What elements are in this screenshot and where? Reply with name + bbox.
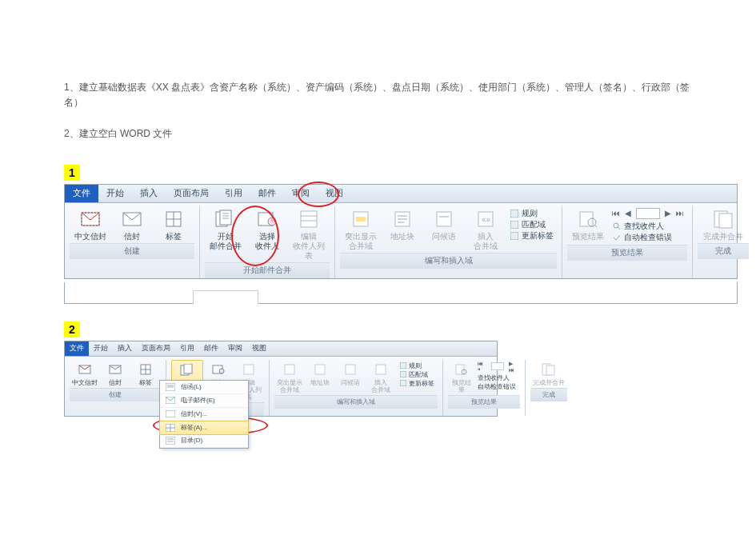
next-record-icon[interactable]: ▶	[665, 209, 671, 218]
tab-home-2[interactable]: 开始	[89, 341, 113, 356]
envelope-red-icon	[79, 208, 102, 230]
tab-view[interactable]: 视图	[318, 185, 351, 202]
btn-edit-recipients-label: 编辑 收件人列表	[290, 232, 328, 261]
record-nav-2[interactable]: ⏮ ◀ ▶ ⏭	[478, 361, 518, 373]
mini-update-2[interactable]: 更新标签	[399, 379, 434, 388]
btn-cn-envelope-2[interactable]: 中文信封	[70, 360, 100, 388]
tab-layout-2[interactable]: 页面布局	[137, 341, 175, 356]
mini-match[interactable]: 匹配域	[510, 219, 554, 230]
start-merge-icon	[214, 208, 237, 230]
btn-finish-merge[interactable]: 完成并合并	[698, 206, 749, 243]
tab-file[interactable]: 文件	[65, 185, 98, 202]
envelopes-icon	[165, 409, 176, 419]
btn-address-block[interactable]: 地址块	[382, 206, 423, 243]
svg-rect-27	[510, 210, 518, 218]
tab-review[interactable]: 审阅	[284, 185, 318, 202]
tab-references-2[interactable]: 引用	[175, 341, 199, 356]
tab-references[interactable]: 引用	[217, 185, 250, 202]
btn-label-label: 标签	[166, 232, 182, 242]
tab-insert-2[interactable]: 插入	[113, 341, 137, 356]
tab-file-2[interactable]: 文件	[65, 341, 89, 356]
svg-point-45	[219, 369, 224, 373]
last-record-icon[interactable]: ⏭	[676, 209, 684, 218]
tab-review-2[interactable]: 审阅	[223, 341, 247, 356]
finish-merge-icon	[712, 208, 734, 230]
mini-auto-check[interactable]: 自动检查错误	[612, 232, 684, 243]
dd-email[interactable]: 电子邮件(E)	[160, 394, 248, 408]
mini-rules[interactable]: 规则	[510, 208, 554, 219]
first-record-icon[interactable]: ⏮	[612, 209, 620, 218]
btn-greeting[interactable]: 问候语	[423, 206, 465, 243]
labels-dd-icon	[165, 423, 176, 433]
tab-view-2[interactable]: 视图	[247, 341, 271, 356]
step-badge-1: 1	[64, 165, 80, 181]
svg-rect-28	[510, 221, 518, 229]
btn-cn-envelope-label: 中文信封	[74, 232, 106, 242]
btn-address-label: 地址块	[390, 232, 414, 242]
btn-label-2[interactable]: 标签	[130, 360, 161, 388]
btn-select-recipients[interactable]: 选择 收件人	[246, 206, 288, 253]
btn-insert-merge-field[interactable]: «» 插入 合并域	[465, 206, 506, 253]
letters-icon	[165, 382, 176, 392]
btn-greeting-2[interactable]: 问候语	[335, 360, 366, 388]
record-number-field[interactable]	[636, 208, 660, 219]
tab-insert[interactable]: 插入	[132, 185, 166, 202]
btn-envelope-2[interactable]: 信封	[100, 360, 130, 388]
directory-icon	[165, 436, 176, 445]
mini-update[interactable]: 更新标签	[510, 230, 554, 242]
mini-find-2[interactable]: 查找收件人	[478, 373, 518, 382]
btn-label[interactable]: 标签	[153, 206, 194, 243]
btn-highlight-merge[interactable]: 突出显示 合并域	[340, 206, 382, 253]
dd-labels[interactable]: 标签(A)...	[159, 421, 249, 435]
btn-envelope[interactable]: 信封	[111, 206, 153, 243]
btn-finish-2[interactable]: 完成并合并	[530, 360, 567, 388]
svg-text:«»: «»	[482, 215, 491, 224]
update-icon	[510, 231, 519, 241]
write-insert-mini: 规则 匹配域 更新标签	[506, 206, 557, 243]
group-preview: 预览结果 ⏮ ◀ ▶ ⏭ 查找收件人	[562, 206, 693, 278]
btn-address-2[interactable]: 地址块	[305, 360, 335, 388]
tab-home[interactable]: 开始	[98, 185, 132, 202]
ribbon-screenshot-1: 文件 开始 插入 页面布局 引用 邮件 审阅 视图 中文信封	[64, 184, 738, 279]
tab-layout[interactable]: 页面布局	[166, 185, 217, 202]
record-nav[interactable]: ⏮ ◀ ▶ ⏭	[612, 208, 684, 219]
svg-rect-50	[376, 365, 386, 374]
btn-cn-envelope[interactable]: 中文信封	[70, 206, 111, 243]
svg-point-13	[270, 218, 274, 222]
btn-highlight-2[interactable]: 突出显示 合并域	[274, 360, 305, 395]
btn-greeting-label: 问候语	[432, 232, 456, 242]
dd-directory[interactable]: 目录(D)	[160, 434, 248, 448]
btn-insert-field-2[interactable]: 插入 合并域	[366, 360, 396, 395]
svg-rect-7	[220, 210, 231, 225]
tab-mailings-2[interactable]: 邮件	[199, 341, 223, 356]
svg-rect-43	[184, 364, 192, 373]
prev-record-icon[interactable]: ◀	[625, 209, 631, 218]
tab-mailings[interactable]: 邮件	[250, 185, 284, 202]
svg-rect-53	[400, 380, 406, 386]
mini-rules-2[interactable]: 规则	[399, 361, 434, 370]
mini-check-2[interactable]: 自动检查错误	[478, 382, 518, 391]
svg-rect-29	[510, 232, 518, 240]
btn-start-merge[interactable]: 开始 邮件合并	[205, 206, 246, 253]
svg-rect-46	[244, 365, 254, 374]
btn-edit-recipients[interactable]: 编辑 收件人列表	[288, 206, 330, 262]
svg-rect-51	[400, 362, 406, 369]
svg-line-34	[618, 227, 620, 230]
label-icon	[162, 208, 185, 230]
ribbon-tabs: 文件 开始 插入 页面布局 引用 邮件 审阅 视图	[65, 185, 737, 203]
mini-match-2[interactable]: 匹配域	[399, 370, 434, 379]
document-area-1	[64, 282, 738, 304]
mini-find-recipient[interactable]: 查找收件人	[612, 221, 684, 232]
btn-preview[interactable]: 预览结果	[567, 206, 609, 243]
group-start-merge: 开始 邮件合并 选择 收件人 编辑 收件人列表	[200, 206, 335, 278]
step-badge-2: 2	[64, 321, 80, 337]
btn-select-recipients-label: 选择 收件人	[255, 232, 279, 251]
dd-envelopes[interactable]: 信封(V)...	[160, 408, 248, 421]
svg-rect-18	[356, 217, 366, 222]
page-tab	[193, 290, 258, 304]
dd-letters[interactable]: 信函(L)	[160, 381, 248, 394]
btn-highlight-label: 突出显示 合并域	[345, 232, 377, 251]
address-block-icon	[391, 208, 414, 230]
btn-preview-2[interactable]: 预览结果	[448, 360, 476, 395]
svg-rect-47	[285, 365, 294, 374]
